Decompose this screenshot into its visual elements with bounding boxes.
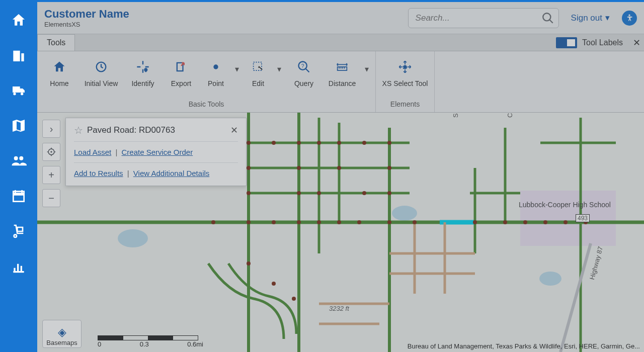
route-shield-493: 493 [576, 214, 590, 222]
svg-point-40 [272, 141, 276, 145]
label-school: Lubbock-Cooper High School [519, 201, 611, 209]
search-input[interactable] [408, 8, 559, 28]
ribbon-edit-dropdown[interactable]: ▾ [275, 55, 284, 74]
ribbon-group-elements: Elements [376, 100, 434, 112]
close-ribbon-button[interactable]: ✕ [629, 34, 644, 51]
svg-point-46 [247, 166, 251, 170]
tab-row: Tools Tool Labels ✕ [37, 34, 644, 51]
nav-calendar[interactable] [9, 186, 29, 206]
link-add-to-results[interactable]: Add to Results [74, 169, 123, 178]
chart-icon [11, 258, 27, 275]
ribbon-distance-dropdown[interactable]: ▾ [362, 55, 371, 74]
search-button[interactable] [539, 9, 557, 27]
search-icon [541, 12, 554, 25]
svg-point-45 [387, 141, 391, 145]
nav-cart[interactable] [9, 221, 29, 241]
link-load-asset[interactable]: Load Asset [74, 148, 111, 156]
favorite-star[interactable]: ☆ [74, 124, 83, 136]
svg-rect-6 [254, 62, 262, 70]
svg-point-5 [213, 64, 218, 69]
svg-point-60 [337, 220, 341, 224]
ribbon-point-dropdown[interactable]: ▾ [232, 55, 242, 74]
ribbon-point[interactable]: Point [201, 55, 230, 87]
svg-point-49 [387, 166, 391, 170]
svg-point-62 [387, 220, 391, 224]
xs-select-icon: XS [398, 60, 412, 74]
query-icon: ? [297, 60, 311, 74]
handtruck-icon [11, 223, 27, 239]
svg-point-56 [247, 220, 251, 224]
label-distance: 3232 ft [329, 305, 349, 312]
header: Customer Name ElementsXS Sign out ▾ [37, 2, 644, 34]
search-box [408, 8, 559, 28]
locate-button[interactable] [42, 143, 60, 161]
ribbon-identify[interactable]: i Identify [125, 55, 161, 87]
svg-point-58 [297, 220, 301, 224]
svg-point-57 [272, 220, 276, 224]
link-create-service-order[interactable]: Create Service Order [121, 148, 193, 156]
svg-point-47 [297, 166, 301, 170]
building-icon [11, 47, 27, 63]
svg-point-54 [387, 191, 391, 195]
tool-labels-text: Tool Labels [582, 38, 623, 47]
svg-point-39 [247, 141, 251, 145]
accessibility-badge[interactable] [622, 11, 637, 26]
label-fm1264: S FM 1264 [452, 113, 459, 118]
point-icon [209, 60, 223, 74]
home-icon [52, 60, 66, 74]
signout-link[interactable]: Sign out ▾ [566, 13, 615, 23]
nav-chart[interactable] [9, 256, 29, 277]
svg-point-44 [362, 141, 366, 145]
calendar-icon [11, 188, 27, 204]
nav-map[interactable] [9, 116, 29, 136]
truck-icon [11, 82, 27, 99]
basemaps-button[interactable]: ◈ Basemaps [42, 320, 82, 348]
zoom-in-button[interactable]: + [42, 166, 60, 184]
ribbon-export[interactable]: Export [163, 55, 199, 87]
feature-popup: ☆ Paved Road: RD00763 ✕ Load Asset | Cre… [65, 118, 247, 186]
svg-point-64 [473, 220, 477, 224]
ribbon-query[interactable]: ? Query [286, 55, 322, 87]
edit-icon [251, 60, 265, 74]
svg-point-71 [272, 282, 276, 286]
app-name: ElementsXS [44, 21, 129, 28]
svg-point-55 [211, 220, 215, 224]
people-icon [11, 153, 27, 169]
zoom-out-button[interactable]: − [42, 189, 60, 207]
svg-point-43 [337, 141, 341, 145]
svg-point-53 [362, 191, 366, 195]
svg-point-67 [543, 220, 547, 224]
svg-point-61 [357, 220, 361, 224]
ribbon-distance[interactable]: Distance [324, 55, 360, 87]
map-canvas[interactable]: S FM 1264 County Road 2300 Lubbock-Coope… [37, 113, 644, 352]
tab-tools[interactable]: Tools [37, 34, 75, 51]
svg-point-52 [317, 191, 321, 195]
svg-point-74 [50, 151, 52, 152]
ribbon-xs-select[interactable]: XS XS Select Tool [380, 55, 430, 87]
popup-close-button[interactable]: ✕ [230, 125, 238, 136]
svg-point-48 [337, 166, 341, 170]
nav-truck[interactable] [9, 80, 29, 101]
chevron-down-icon: ▾ [605, 13, 610, 23]
expand-panel-button[interactable]: › [42, 120, 60, 138]
svg-text:?: ? [301, 63, 304, 69]
tool-labels-toggle[interactable] [556, 37, 577, 48]
ribbon-edit[interactable]: Edit [244, 55, 273, 87]
nav-home[interactable] [9, 10, 29, 30]
home-icon [11, 12, 27, 28]
link-view-additional-details[interactable]: View Additional Details [133, 169, 209, 178]
customer-name: Customer Name [44, 8, 129, 21]
ribbon-initial-view[interactable]: Initial View [79, 55, 123, 87]
nav-people[interactable] [9, 151, 29, 171]
svg-point-15 [539, 272, 561, 286]
basemap-icon: ◈ [58, 326, 66, 339]
svg-point-65 [503, 220, 507, 224]
svg-point-59 [317, 220, 321, 224]
identify-icon: i [136, 60, 150, 74]
svg-point-70 [247, 261, 251, 266]
popup-title: Paved Road: RD00763 [87, 125, 226, 135]
svg-point-42 [317, 141, 321, 145]
nav-building[interactable] [9, 45, 29, 65]
ribbon: Home Initial View i Identify Export [37, 51, 644, 113]
ribbon-home[interactable]: Home [41, 55, 77, 87]
